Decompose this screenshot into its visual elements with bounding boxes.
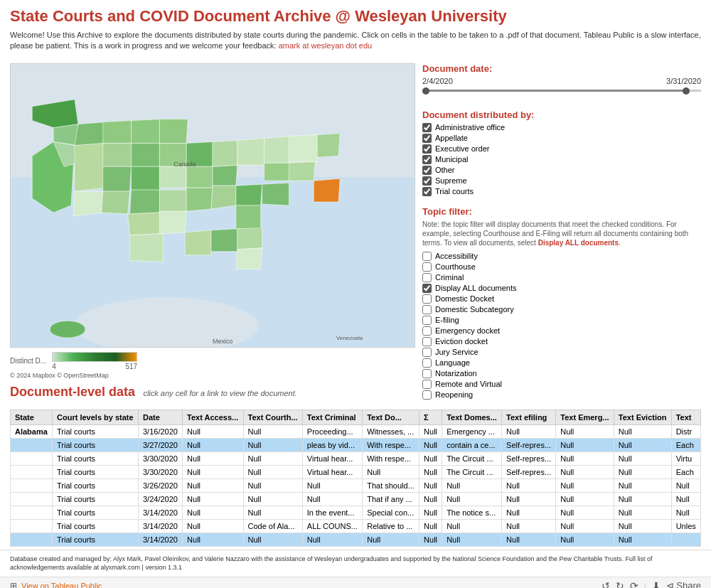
cell-domes[interactable]: Emergency ... (442, 424, 502, 438)
cell-courth[interactable]: Code of Ala... (243, 519, 302, 533)
cell-domes[interactable]: The Circuit ... (442, 465, 502, 479)
cell-access[interactable]: Null (183, 506, 243, 519)
cell-access[interactable]: Null (183, 492, 243, 506)
cell-do[interactable]: Special con... (363, 506, 419, 519)
table-row[interactable]: Alabama Trial courts 3/16/2020 Null Null… (11, 424, 701, 438)
cell-date[interactable]: 3/30/2020 (138, 451, 182, 465)
cell-text[interactable]: Null (671, 479, 700, 492)
col-sigma[interactable]: Σ (419, 410, 442, 424)
cell-domes[interactable]: The Circuit ... (442, 451, 502, 465)
cell-courth[interactable]: Null (243, 479, 302, 492)
topic-domestic-subcategory-input[interactable] (422, 305, 432, 314)
cell-text[interactable]: Null (671, 506, 700, 519)
cell-state[interactable] (11, 533, 53, 546)
cell-text[interactable]: Distr (671, 424, 700, 438)
cell-criminal[interactable]: Null (302, 479, 362, 492)
cell-state[interactable] (11, 465, 53, 479)
cell-eviction[interactable]: Null (614, 424, 671, 438)
cell-access[interactable]: Null (183, 519, 243, 533)
col-text[interactable]: Text (671, 410, 700, 424)
table-row[interactable]: Trial courts 3/26/2020 Null Null Null Th… (11, 479, 701, 492)
cell-access[interactable]: Null (183, 479, 243, 492)
cell-emerg[interactable]: Null (556, 451, 614, 465)
cell-state[interactable] (11, 451, 53, 465)
cell-emerg[interactable]: Null (556, 492, 614, 506)
topic-display-all-input[interactable] (422, 284, 432, 293)
checkbox-executive-input[interactable] (422, 144, 432, 154)
topic-domestic-docket-input[interactable] (422, 294, 432, 304)
download-icon[interactable]: ⬇ (652, 580, 661, 588)
col-eviction[interactable]: Text Eviction (614, 410, 671, 424)
cell-state[interactable] (11, 438, 53, 451)
cell-courth[interactable]: Null (243, 424, 302, 438)
checkbox-appellate-input[interactable] (422, 134, 432, 143)
cell-domes[interactable]: The notice s... (442, 506, 502, 519)
cell-domes[interactable]: Null (442, 519, 502, 533)
cell-criminal[interactable]: In the event... (302, 506, 362, 519)
cell-court[interactable]: Trial courts (53, 506, 139, 519)
topic-remote-input[interactable] (422, 380, 432, 389)
cell-do[interactable]: Relative to ... (363, 519, 419, 533)
col-domes[interactable]: Text Domes... (442, 410, 502, 424)
checkbox-trial-input[interactable] (422, 187, 432, 196)
cell-efiling[interactable]: Null (502, 479, 556, 492)
table-row[interactable]: Trial courts 3/14/2020 Null Code of Ala.… (11, 519, 701, 533)
cell-state[interactable]: Alabama (11, 424, 53, 438)
email-link[interactable]: amark at wesleyan dot edu (279, 41, 372, 50)
cell-eviction[interactable]: Null (614, 479, 671, 492)
cell-courth[interactable]: Null (243, 506, 302, 519)
cell-eviction[interactable]: Null (614, 492, 671, 506)
cell-do[interactable]: Null (363, 533, 419, 546)
checkbox-other-input[interactable] (422, 166, 432, 175)
cell-criminal[interactable]: Virtual hear... (302, 465, 362, 479)
cell-text[interactable]: Each (671, 465, 700, 479)
cell-criminal[interactable]: Null (302, 492, 362, 506)
topic-language-input[interactable] (422, 358, 432, 368)
cell-efiling[interactable]: Null (502, 533, 556, 546)
cell-court[interactable]: Trial courts (53, 451, 139, 465)
cell-eviction[interactable]: Null (614, 465, 671, 479)
table-row[interactable]: Trial courts 3/30/2020 Null Null Virtual… (11, 451, 701, 465)
cell-courth[interactable]: Null (243, 438, 302, 451)
cell-date[interactable]: 3/14/2020 (138, 519, 182, 533)
cell-state[interactable] (11, 479, 53, 492)
cell-do[interactable]: That should... (363, 479, 419, 492)
col-access[interactable]: Text Access... (183, 410, 243, 424)
cell-text[interactable]: Null (671, 492, 700, 506)
col-court-levels[interactable]: Court levels by state (53, 410, 139, 424)
cell-date[interactable]: 3/27/2020 (138, 438, 182, 451)
col-emerg[interactable]: Text Emerg... (556, 410, 614, 424)
cell-efiling[interactable]: Null (502, 424, 556, 438)
cell-access[interactable]: Null (183, 533, 243, 546)
cell-emerg[interactable]: Null (556, 424, 614, 438)
cell-do[interactable]: That if any ... (363, 492, 419, 506)
cell-courth[interactable]: Null (243, 533, 302, 546)
cell-emerg[interactable]: Null (556, 438, 614, 451)
cell-sigma[interactable]: Null (419, 533, 442, 546)
cell-emerg[interactable]: Null (556, 533, 614, 546)
cell-criminal[interactable]: pleas by vid... (302, 438, 362, 451)
table-row[interactable]: Trial courts 3/14/2020 Null Null Null Nu… (11, 533, 701, 546)
slider-thumb-left[interactable] (422, 87, 429, 95)
cell-criminal[interactable]: Virtual hear... (302, 451, 362, 465)
cell-do[interactable]: With respe... (363, 451, 419, 465)
topic-jury-input[interactable] (422, 348, 432, 357)
cell-domes[interactable]: Null (442, 492, 502, 506)
cell-courth[interactable]: Null (243, 465, 302, 479)
share-icon[interactable]: ⊲ Share (666, 580, 701, 588)
table-row[interactable]: Trial courts 3/14/2020 Null Null In the … (11, 506, 701, 519)
col-criminal[interactable]: Text Criminal (302, 410, 362, 424)
cell-emerg[interactable]: Null (556, 479, 614, 492)
cell-efiling[interactable]: Self-repres... (502, 465, 556, 479)
cell-date[interactable]: 3/14/2020 (138, 533, 182, 546)
cell-state[interactable] (11, 519, 53, 533)
col-courth[interactable]: Text Courth... (243, 410, 302, 424)
date-slider[interactable] (422, 90, 701, 101)
checkbox-admin-input[interactable] (422, 123, 432, 132)
reset-icon[interactable]: ⟳ (630, 580, 638, 588)
cell-sigma[interactable]: Null (419, 506, 442, 519)
col-do[interactable]: Text Do... (363, 410, 419, 424)
view-tableau-label[interactable]: View on Tableau Public (21, 582, 102, 588)
table-row[interactable]: Trial courts 3/30/2020 Null Null Virtual… (11, 465, 701, 479)
cell-eviction[interactable]: Null (614, 519, 671, 533)
